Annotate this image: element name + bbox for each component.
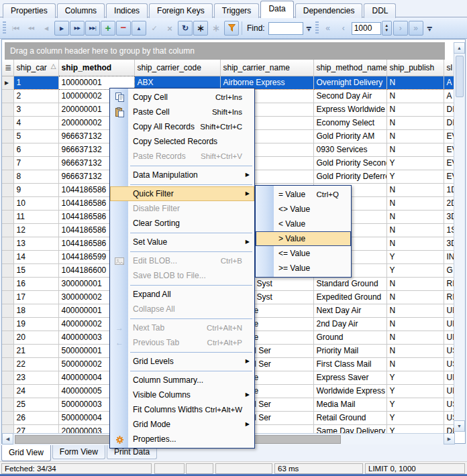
menu-item-expand-all[interactable]: Expand All [110,287,254,302]
find-toolbar-overflow-icon[interactable]: ▬▼ [305,21,313,36]
page-size-stepper[interactable]: ▲▼ [382,21,392,36]
cell-sl[interactable]: 1D [444,183,454,196]
cell-sl[interactable]: DI [444,116,454,129]
cell-num[interactable]: 1 [13,76,58,89]
cell-sl[interactable]: UP [444,317,454,331]
row-indicator-cell[interactable] [2,156,13,170]
cell-ship_publish[interactable]: N [386,331,444,344]
cell-ship_publish[interactable]: N [386,357,444,371]
cell-sl[interactable]: EV [444,170,454,183]
tab-data[interactable]: Data [260,1,293,18]
row-indicator-cell[interactable] [2,196,13,210]
cell-sl[interactable]: EV [444,129,454,143]
cell-num[interactable]: 5 [13,129,58,143]
cell-sl[interactable]: 3D [444,237,454,250]
cell-sl[interactable]: 3D [444,210,454,223]
tab-dependencies[interactable]: Dependencies [295,3,363,18]
cell-ship_method_name[interactable]: Gold Priority Deferred [313,170,386,183]
post-edit-button[interactable]: ✓ [147,21,162,36]
column-header-sl[interactable]: sl [444,60,454,76]
row-indicator-cell[interactable] [2,331,13,344]
cell-ship_method_name[interactable]: Economy Select [313,116,386,129]
spin-down-icon[interactable]: ▼ [384,28,388,33]
cell-num[interactable]: 11 [13,210,58,223]
cell-ship_method_name[interactable]: Overnight Delivery [313,76,386,89]
cell-ship_publish[interactable]: N [386,76,444,89]
cell-sl[interactable]: RI [444,290,454,304]
view-tab-form-view[interactable]: Form View [52,445,105,459]
cell-sl[interactable]: 1S [444,223,454,237]
insert-record-button[interactable]: + [101,21,115,36]
menu-item-collapse-all[interactable]: Collapse All [110,302,254,316]
cell-ship_publish[interactable]: Y [386,263,444,277]
row-indicator-cell[interactable] [2,129,13,143]
scroll-right-icon[interactable]: ▶ [444,433,455,444]
cell-sl[interactable]: A [444,89,454,103]
cell-ship_publish[interactable]: N [386,129,444,143]
cell-ship_method_name[interactable]: Expedited Ground [313,290,386,304]
cell-num[interactable]: 2 [13,89,58,103]
row-indicator-cell[interactable] [2,304,13,317]
fast-backward-button[interactable]: « [321,21,335,36]
cell-ship_publish[interactable]: N [386,344,444,357]
cell-ship_publish[interactable]: N [386,183,444,196]
tab-properties[interactable]: Properties [3,3,56,18]
cell-ship_method_name[interactable]: Standard Ground [313,277,386,290]
edit-record-button[interactable]: ▲ [132,21,146,36]
cell-num[interactable]: 13 [13,237,58,250]
cancel-edit-button[interactable]: × [162,21,177,36]
cell-ship_method_name[interactable]: Worldwide Express [313,384,386,398]
cell-ship_method_name[interactable]: Gold Priority Second Day [313,156,386,170]
group-by-bar[interactable]: Drag a column header here to group by th… [5,42,445,60]
cell-num[interactable]: 17 [13,290,58,304]
row-indicator-cell[interactable] [2,250,13,263]
cell-ship_carrier_name[interactable]: Airborne Express [220,76,313,89]
cell-ship_publish[interactable]: N [386,223,444,237]
cell-ship_publish[interactable]: N [386,89,444,103]
row-indicator-cell[interactable] [2,384,13,398]
vertical-scroll-thumb[interactable] [456,56,464,97]
cell-ship_publish[interactable]: N [386,277,444,290]
tab-triggers[interactable]: Triggers [214,3,260,18]
last-record-button[interactable]: ▶▶| [85,21,100,36]
spin-up-icon[interactable]: ▲ [384,23,388,28]
row-indicator-cell[interactable] [2,398,13,411]
cell-num[interactable]: 9 [13,183,58,196]
menu-item-grid-levels[interactable]: Grid Levels▶ [110,354,254,369]
tab-columns[interactable]: Columns [57,3,105,18]
menu-item-grid-mode[interactable]: Grid Mode▶ [110,417,254,432]
cell-ship_method_name[interactable]: Media Mail [313,398,386,411]
cell-num[interactable]: 10 [13,196,58,210]
menu-item-disable-filter[interactable]: Disable Filter [110,201,254,216]
page-size-input[interactable] [352,22,381,35]
menu-item-column-summary[interactable]: Column Summary... [110,373,254,388]
scroll-left-icon[interactable]: ◀ [2,433,13,444]
scroll-down-icon[interactable]: ▼ [454,420,465,432]
row-indicator-cell[interactable] [2,143,13,156]
cell-ship_method[interactable]: 100000001 [58,76,134,89]
cell-sl[interactable]: A [444,76,454,89]
first-record-button[interactable]: |◀◀ [8,21,23,36]
column-header-ship-method-name[interactable]: ship_method_name [313,60,386,76]
menu-item-visible-columns[interactable]: Visible Columns▶ [110,388,254,402]
cell-ship_method_name[interactable]: 0930 Services [313,143,386,156]
next-page-button[interactable]: ▶▶ [70,21,85,36]
cell-num[interactable]: 15 [13,263,58,277]
cell-sl[interactable]: US [444,398,454,411]
row-indicator-cell[interactable] [2,170,13,183]
row-indicator-cell[interactable] [2,344,13,357]
menu-item-fit-columns-widths[interactable]: Fit Columns WidthsCtrl+Alt+W [110,402,254,417]
cell-ship_publish[interactable]: Y [386,371,444,384]
cell-ship_publish[interactable]: N [386,290,444,304]
tab-foreign-keys[interactable]: Foreign Keys [149,3,213,18]
row-indicator-cell[interactable] [2,183,13,196]
cell-ship_method_name[interactable]: Same Day Delivery [313,424,386,433]
delete-record-button[interactable]: − [116,21,131,36]
menu-item-edit-blob[interactable]: Edit BLOB...Ctrl+B [110,253,254,268]
row-indicator-cell[interactable] [2,371,13,384]
row-indicator-cell[interactable] [2,411,13,424]
menu-item-quick-filter[interactable]: Quick Filter▶ [110,186,254,201]
cell-ship_publish[interactable]: N [386,196,444,210]
cell-ship_publish[interactable]: Y [386,384,444,398]
row-indicator-cell[interactable] [2,103,13,116]
